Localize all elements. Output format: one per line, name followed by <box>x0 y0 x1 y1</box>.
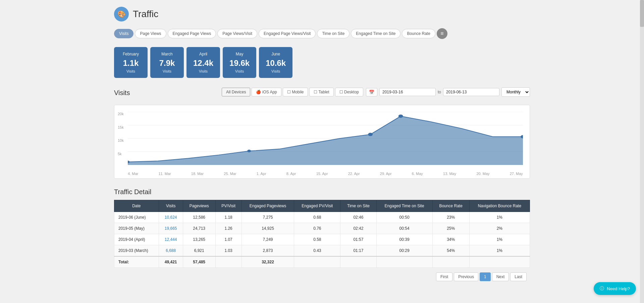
cell-pageviews: 12,586 <box>183 212 215 223</box>
nav-tabs: Visits Page Views Engaged Page Views Pag… <box>114 28 530 39</box>
tab-visits[interactable]: Visits <box>114 29 133 38</box>
tab-engaged-pv-visit[interactable]: Engaged Page Views/Visit <box>259 29 316 38</box>
cell-engaged-time: 00:39 <box>376 234 432 245</box>
svg-point-9 <box>398 115 403 118</box>
cell-visits[interactable]: 19,665 <box>159 223 183 234</box>
pagination-first[interactable]: First <box>436 272 452 281</box>
pagination-last[interactable]: Last <box>510 272 527 281</box>
need-help-button[interactable]: ⓘ Need Help? <box>594 282 636 295</box>
card-month-apr: April <box>193 52 213 56</box>
cell-engaged-pv-visit: 0.68 <box>294 212 340 223</box>
col-bounce-rate: Bounce Rate <box>432 200 469 212</box>
cell-visits[interactable]: 10,624 <box>159 212 183 223</box>
cell-date: 2019-03 (March) <box>114 245 159 257</box>
device-mobile[interactable]: ☐ Mobile <box>283 88 308 96</box>
x-label-11mar: 11. Mar <box>158 172 171 176</box>
cell-bounce-rate: 25% <box>432 223 469 234</box>
device-ios[interactable]: 🍎 iOS App <box>252 88 281 96</box>
svg-marker-5 <box>128 116 523 165</box>
table-row: 2019-06 (June) 10,624 12,586 1.18 7,275 … <box>114 212 530 223</box>
traffic-detail-title: Traffic Detail <box>114 188 530 196</box>
cell-nav-bounce: 1% <box>469 212 530 223</box>
total-visits: 49,421 <box>159 256 183 268</box>
tab-time-on-site[interactable]: Time on Site <box>317 29 350 38</box>
cell-date: 2019-06 (June) <box>114 212 159 223</box>
tab-bounce-rate[interactable]: Bounce Rate <box>402 29 435 38</box>
cell-engaged-pv-visit: 0.58 <box>294 234 340 245</box>
calendar-icon-button[interactable]: 📅 <box>366 88 377 96</box>
device-all[interactable]: All Devices <box>222 88 250 96</box>
cell-visits[interactable]: 6,688 <box>159 245 183 257</box>
tab-page-views-visit[interactable]: Page Views/Visit <box>217 29 257 38</box>
cell-pv-visit: 1.18 <box>215 212 241 223</box>
date-separator: to <box>438 90 441 94</box>
cell-date: 2019-04 (April) <box>114 234 159 245</box>
col-engaged-time: Engaged Time on Site <box>376 200 432 212</box>
more-tabs-button[interactable]: ≡ <box>437 28 447 39</box>
date-to-input[interactable] <box>443 88 499 96</box>
x-label-20may: 20. May <box>476 172 489 176</box>
cell-engaged-pv: 7,275 <box>241 212 294 223</box>
total-time-on-site <box>340 256 376 268</box>
total-label: Total: <box>114 256 159 268</box>
chart-drawing-area <box>128 112 523 165</box>
col-nav-bounce: Navigation Bounce Rate <box>469 200 530 212</box>
card-value-jun: 10.6k <box>266 58 286 68</box>
chart-svg <box>128 112 523 165</box>
y-label-5k: 5k <box>118 152 124 156</box>
total-engaged-time <box>376 256 432 268</box>
period-select[interactable]: Monthly Weekly Daily <box>501 87 530 97</box>
device-buttons: All Devices 🍎 iOS App ☐ Mobile ☐ Tablet … <box>222 88 363 96</box>
card-label-apr: Visits <box>193 69 213 73</box>
cell-pv-visit: 1.07 <box>215 234 241 245</box>
cell-pv-visit: 1.03 <box>215 245 241 257</box>
x-label-4mar: 4. Mar <box>128 172 138 176</box>
col-time-on-site: Time on Site <box>340 200 376 212</box>
cell-pv-visit: 1.26 <box>215 223 241 234</box>
card-value-may: 19.6k <box>229 58 250 68</box>
cell-bounce-rate: 54% <box>432 245 469 257</box>
pagination-previous[interactable]: Previous <box>454 272 478 281</box>
table-row: 2019-03 (March) 6,688 6,921 1.03 2,873 0… <box>114 245 530 257</box>
card-month-jun: June <box>266 52 286 56</box>
cell-time-on-site: 02:42 <box>340 223 376 234</box>
table-row: 2019-05 (May) 19,665 24,713 1.26 14,925 … <box>114 223 530 234</box>
tab-page-views[interactable]: Page Views <box>135 29 166 38</box>
tab-engaged-time[interactable]: Engaged Time on Site <box>351 29 400 38</box>
x-label-8apr: 8. Apr <box>286 172 296 176</box>
summary-cards: February 1.1k Visits March 7.9k Visits A… <box>114 47 530 78</box>
col-visits: Visits <box>159 200 183 212</box>
pagination-page-1[interactable]: 1 <box>480 272 491 281</box>
svg-point-8 <box>368 133 373 136</box>
table-row: 2019-04 (April) 12,444 13,265 1.07 7,249… <box>114 234 530 245</box>
pagination-next[interactable]: Next <box>492 272 509 281</box>
cell-time-on-site: 01:17 <box>340 245 376 257</box>
summary-card-june: June 10.6k Visits <box>259 47 292 78</box>
y-label-20k: 20k <box>118 112 124 116</box>
col-pageviews: Pageviews <box>183 200 215 212</box>
col-date: Date <box>114 200 159 212</box>
summary-card-april: April 12.4k Visits <box>186 47 220 78</box>
card-month-mar: March <box>157 52 177 56</box>
date-from-input[interactable] <box>379 88 436 96</box>
device-tablet[interactable]: ☐ Tablet <box>309 88 333 96</box>
device-desktop[interactable]: ☐ Desktop <box>335 88 363 96</box>
cell-engaged-pv-visit: 0.43 <box>294 245 340 257</box>
total-bounce-rate <box>432 256 469 268</box>
y-label-15k: 15k <box>118 125 124 129</box>
cell-pageviews: 24,713 <box>183 223 215 234</box>
x-label-1apr: 1. Apr <box>257 172 266 176</box>
svg-point-7 <box>247 150 251 153</box>
x-label-25mar: 25. Mar <box>224 172 236 176</box>
tab-engaged-page-views[interactable]: Engaged Page Views <box>168 29 216 38</box>
total-pageviews: 57,485 <box>183 256 215 268</box>
cell-engaged-time: 00:29 <box>376 245 432 257</box>
chart-controls: All Devices 🍎 iOS App ☐ Mobile ☐ Tablet … <box>222 87 530 97</box>
chart-y-labels: 20k 15k 10k 5k <box>118 112 124 165</box>
cell-visits[interactable]: 12,444 <box>159 234 183 245</box>
cell-nav-bounce: 2% <box>469 223 530 234</box>
cell-time-on-site: 02:46 <box>340 212 376 223</box>
card-label-may: Visits <box>229 69 250 73</box>
date-range-controls: 📅 to Monthly Weekly Daily <box>366 87 530 97</box>
cell-nav-bounce: 1% <box>469 234 530 245</box>
